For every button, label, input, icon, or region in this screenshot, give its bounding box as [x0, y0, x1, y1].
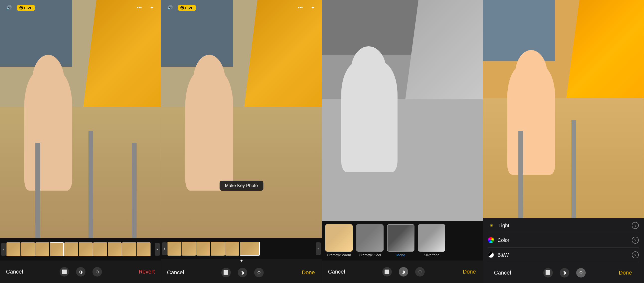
filter-strip: Dramatic Warm Dramatic Cool Mono Silvert…: [322, 221, 483, 260]
panel-edit: ☀ Light ∨ Color ∨ B&W ∨ Cancel ⬜ ◑ ⊙: [483, 0, 644, 283]
done-button-3[interactable]: Done: [462, 268, 477, 275]
live-label-2: LIVE: [185, 6, 194, 10]
edit-row-light-left: ☀ Light: [488, 222, 509, 229]
edit-controls: ☀ Light ∨ Color ∨ B&W ∨ Cancel ⬜ ◑ ⊙: [483, 218, 644, 283]
live-badge[interactable]: LIVE: [17, 5, 35, 11]
adjust-icon-button-3[interactable]: ⊙: [415, 267, 425, 276]
filmstrip-frame[interactable]: [21, 242, 35, 256]
dot-active: [240, 260, 242, 262]
edit-row-light[interactable]: ☀ Light ∨: [488, 218, 639, 233]
filmstrip-frame-selected-2[interactable]: [240, 242, 260, 256]
filmstrip-frame[interactable]: [93, 242, 107, 256]
filter-label-warm: Dramatic Warm: [327, 253, 351, 257]
filmstrip-prev-arrow[interactable]: ‹: [1, 243, 6, 256]
filmstrip-frame[interactable]: [225, 242, 239, 256]
color-expand-button[interactable]: ∨: [632, 237, 639, 244]
filmstrip-frame[interactable]: [6, 242, 20, 256]
filmstrip2-prev-arrow[interactable]: ‹: [162, 242, 167, 255]
live-dot-icon-2: [180, 6, 184, 10]
bw-expand-button[interactable]: ∨: [632, 251, 639, 258]
filter-icon-button-2[interactable]: ◑: [238, 268, 247, 277]
filter-section: Dramatic Warm Dramatic Cool Mono Silvert…: [322, 221, 483, 283]
adjust-icon-button-1[interactable]: ⊙: [92, 267, 102, 276]
key-photo-tooltip: Make Key Photo: [219, 180, 263, 191]
toolbar-3: Cancel ⬜ ◑ ⊙ Done: [322, 260, 483, 283]
filter-mono[interactable]: Mono: [386, 224, 416, 257]
bw-icon: [488, 252, 494, 258]
wand-button-2[interactable]: ✦: [308, 3, 317, 12]
cancel-button-3[interactable]: Cancel: [328, 268, 345, 275]
toolbar-icons-4: ⬜ ◑ ⊙: [543, 268, 586, 278]
adjust-icon-button-2[interactable]: ⊙: [254, 268, 264, 277]
cancel-button-1[interactable]: Cancel: [6, 268, 23, 275]
crop-icon-button-1[interactable]: ⬜: [60, 267, 69, 276]
filter-icon-button-4[interactable]: ◑: [560, 268, 569, 278]
filmstrip-frame[interactable]: [64, 242, 78, 256]
chair-leg-4-1: [518, 131, 523, 218]
panel-original: 🔊 LIVE ••• ✦ ‹: [0, 0, 161, 283]
crop-icon-button-4[interactable]: ⬜: [543, 268, 553, 278]
volume-button-2[interactable]: 🔊: [166, 3, 174, 12]
bw-head-shape: [351, 46, 386, 95]
filter-dramatic-warm[interactable]: Dramatic Warm: [324, 224, 354, 257]
filter-silvertone[interactable]: Silvertone: [417, 224, 446, 257]
panel-key-photo: 🔊 LIVE ••• ✦ Make Key Photo ‹: [161, 0, 322, 283]
revert-button[interactable]: Revert: [138, 268, 155, 275]
filmstrip2-next-arrow[interactable]: ›: [316, 242, 321, 255]
filmstrip-frame[interactable]: [108, 242, 122, 256]
done-button-4[interactable]: Done: [618, 270, 633, 276]
baby-head-shape-4: [515, 50, 547, 98]
more-button[interactable]: •••: [135, 3, 144, 12]
filter-thumb-img-cool: [356, 224, 384, 252]
crop-icon-button-3[interactable]: ⬜: [382, 267, 392, 276]
live-badge-2[interactable]: LIVE: [178, 5, 196, 11]
filter-thumb-img-warm: [325, 224, 353, 252]
dot-indicator-2: [161, 259, 322, 262]
cancel-button-4[interactable]: Cancel: [494, 270, 511, 276]
done-button-2[interactable]: Done: [301, 269, 316, 276]
filmstrip-frame[interactable]: [196, 242, 210, 256]
filmstrip-frame[interactable]: [136, 242, 150, 256]
toolbar-2: Cancel ⬜ ◑ ⊙ Done: [161, 262, 322, 283]
filmstrip-frame[interactable]: [122, 242, 136, 256]
filmstrip-frames-2: [168, 242, 315, 256]
filmstrip-frame[interactable]: [36, 242, 49, 256]
photo-area-3: [322, 0, 483, 221]
cancel-button-2[interactable]: Cancel: [167, 269, 184, 276]
edit-row-bw[interactable]: B&W ∨: [488, 248, 639, 262]
adjust-icon-button-4[interactable]: ⊙: [576, 268, 586, 278]
filmstrip-2: ‹ ›: [161, 238, 322, 259]
toolbar-1: Cancel ⬜ ◑ ⊙ Revert: [0, 260, 161, 283]
crop-icon-button-2[interactable]: ⬜: [221, 268, 231, 277]
filmstrip-frame-selected[interactable]: [50, 242, 64, 256]
filmstrip-next-arrow[interactable]: ›: [155, 243, 160, 256]
toolbar-icons-2: ⬜ ◑ ⊙: [221, 268, 264, 277]
filter-thumb-img-silvertone: [418, 224, 445, 252]
filter-dramatic-cool[interactable]: Dramatic Cool: [355, 224, 385, 257]
filmstrip-frame[interactable]: [168, 242, 182, 256]
chair-leg-3: [132, 143, 136, 238]
edit-row-color[interactable]: Color ∨: [488, 233, 639, 248]
wand-button[interactable]: ✦: [147, 3, 156, 12]
volume-button[interactable]: 🔊: [4, 3, 14, 12]
panel1-topbar: 🔊 LIVE ••• ✦: [0, 0, 161, 16]
more-button-2[interactable]: •••: [296, 3, 305, 12]
live-dot-icon: [20, 6, 23, 10]
chair-leg-1: [36, 143, 40, 238]
filter-icon-button-3[interactable]: ◑: [399, 267, 408, 276]
filter-label-mono: Mono: [396, 253, 405, 257]
filmstrip-frame[interactable]: [182, 242, 196, 256]
filter-label-silvertone: Silvertone: [424, 253, 440, 257]
bottom-strip-2: ‹ › Cancel ⬜ ◑ ⊙ Done: [161, 238, 322, 283]
toolbar-icons-3: ⬜ ◑ ⊙: [382, 267, 425, 276]
toolbar-4: Cancel ⬜ ◑ ⊙ Done: [488, 262, 639, 283]
live-label: LIVE: [24, 6, 32, 10]
filter-icon-button-1[interactable]: ◑: [76, 267, 86, 276]
light-expand-button[interactable]: ∨: [632, 222, 639, 229]
filmstrip-frame[interactable]: [211, 242, 225, 256]
color-photo-1: [0, 0, 161, 238]
bw-photo: [322, 0, 483, 221]
bw-label: B&W: [498, 252, 509, 258]
filmstrip-frame[interactable]: [79, 242, 93, 256]
panel-filters: Dramatic Warm Dramatic Cool Mono Silvert…: [322, 0, 483, 283]
